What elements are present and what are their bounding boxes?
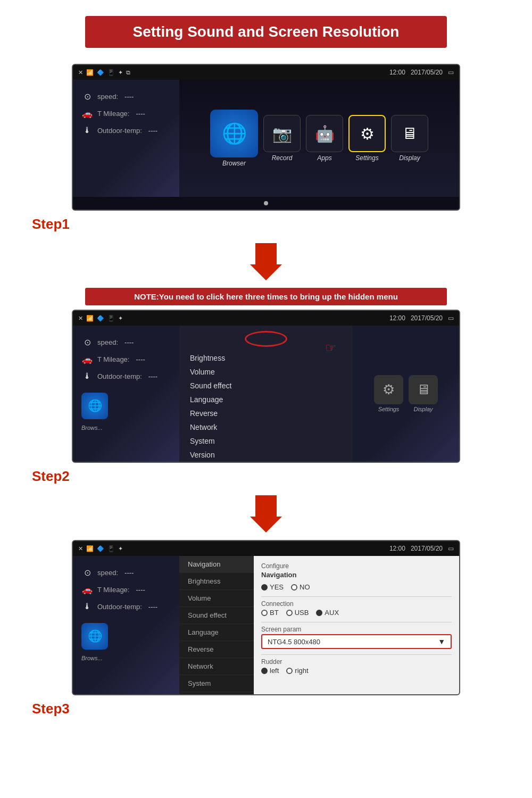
temp-label: Outdoor-temp: [97,127,142,135]
arrow2-svg [250,495,282,533]
step2-time: 12:00 [389,314,405,322]
step2-screen: ✕ 📶 🔷 📱 ✦ 12:00 2017/05/20 ▭ ⊙ speed: --… [72,310,460,463]
nav-item-network[interactable]: Network [179,658,254,675]
browser-label: Browser [222,160,246,167]
config-screen-title: Screen param [261,626,452,633]
s2-temp-row: 🌡 Outdoor-temp: ---- [81,370,171,382]
step2-topbar-left: ✕ 📶 🔷 📱 ✦ [78,315,123,322]
rudder-left-option[interactable]: left [261,667,279,675]
nav-item-language[interactable]: Language [179,624,254,641]
s2-bt-icon: 🔷 [97,315,104,322]
nav-item-system[interactable]: System [179,675,254,692]
step1-screen: ✕ 📶 🔷 📱 ✦ ⧉ 12:00 2017/05/20 ▭ ⊙ speed: … [72,64,460,211]
nav-yes-radio[interactable] [261,584,268,591]
thermometer-icon: 🌡 [81,124,93,136]
step1-content: ⊙ speed: ---- 🚗 T Mileage: ---- 🌡 Outdoo… [73,80,459,197]
s2-display-app[interactable]: 🖥 Display [409,375,438,412]
step2-info-panel: ⊙ speed: ---- 🚗 T Mileage: ---- 🌡 Outdoo… [73,326,179,462]
settings-app[interactable]: ⚙ Settings [348,115,386,162]
wifi-icon: 📶 [86,69,94,76]
rudder-radio-row: left right [261,667,452,675]
s2-settings-app[interactable]: ⚙ Settings [374,375,403,412]
menu-network[interactable]: Network [179,420,353,434]
step2-date: 2017/05/20 [411,314,443,322]
nav-item-brightness[interactable]: Brightness [179,573,254,590]
arrow2 [32,495,500,533]
conn-bt-radio[interactable] [261,610,268,616]
menu-language[interactable]: Language [179,393,353,406]
display-app[interactable]: 🖥 Display [391,115,428,162]
dot-row [73,197,459,210]
nav-item-sound-effect[interactable]: Sound effect [179,607,254,624]
nav-radio-row: YES NO [261,583,452,591]
nav-item-volume[interactable]: Volume [179,590,254,607]
menu-reverse[interactable]: Reverse [179,406,353,420]
speed-row: ⊙ speed: ---- [81,90,171,102]
temp-value: ---- [148,127,157,135]
nav-item-navigation[interactable]: Navigation [179,556,254,573]
s3-temp-row: 🌡 Outdoor-temp: ---- [81,601,171,612]
nav-yes-label: YES [270,583,284,591]
divider2 [261,622,452,622]
nav-no-option[interactable]: NO [291,583,310,591]
step2-right-panel: ⚙ Settings 🖥 Display [353,326,459,462]
browser-icon: 🌐 [210,110,258,157]
step1-topbar-right: 12:00 2017/05/20 ▭ [389,69,454,76]
step3-topbar-left: ✕ 📶 🔷 📱 ✦ [78,545,123,552]
config-conn-title: Connection [261,600,452,608]
s3-browser-mini: 🌐 [81,623,108,650]
svg-marker-1 [250,495,282,533]
conn-usb-option[interactable]: USB [286,609,309,617]
s2-display-icon: 🖥 [409,375,438,404]
menu-version[interactable]: Version [179,448,353,462]
hand-cursor-icon: ☞ [325,340,337,355]
nav-no-label: NO [300,583,310,591]
s2-close-icon: ✕ [78,315,83,322]
battery-icon: ▭ [448,69,454,76]
apps-app[interactable]: 🤖 Apps [306,115,343,162]
page-title: Setting Sound and Screen Resolution [85,16,447,48]
rudder-right-option[interactable]: right [286,667,308,675]
menu-volume[interactable]: Volume [179,365,353,379]
conn-bt-option[interactable]: BT [261,609,279,617]
screen-param-box[interactable]: NTG4.5 800x480 ▼ [261,634,452,649]
rudder-left-radio[interactable] [261,668,268,674]
dropdown-arrow-icon: ▼ [438,637,445,646]
s3-speedometer-icon: ⊙ [81,567,93,578]
highlight-circle[interactable] [245,331,287,347]
s2-star-icon: ✦ [118,315,123,322]
s2-battery-icon: ▭ [448,314,454,322]
display-icon: 🖥 [391,115,428,152]
conn-radio-row: BT USB AUX [261,609,452,617]
nav-item-reverse[interactable]: Reverse [179,641,254,658]
s3-speed-row: ⊙ speed: ---- [81,567,171,578]
rudder-right-label: right [295,667,308,675]
conn-usb-radio[interactable] [286,610,293,616]
config-nav-label: Navigation [261,571,452,579]
conn-aux-option[interactable]: AUX [316,609,339,617]
browser-app[interactable]: 🌐 Browser [210,110,258,167]
step3-screen: ✕ 📶 🔷 📱 ✦ 12:00 2017/05/20 ▭ ⊙ speed: --… [72,540,460,695]
menu-system[interactable]: System [179,434,353,448]
s3-battery-icon: ▭ [448,545,454,552]
s2-wifi-icon: 📶 [86,315,94,322]
menu-sound-effect[interactable]: Sound effect [179,379,353,393]
conn-bt-label: BT [270,609,279,617]
s2-settings-label: Settings [378,406,400,412]
nav-yes-option[interactable]: YES [261,583,284,591]
divider1 [261,596,452,597]
step3-topbar-right: 12:00 2017/05/20 ▭ [389,545,454,552]
s2-settings-icon: ⚙ [374,375,403,404]
s3-thermometer-icon: 🌡 [81,601,93,612]
step3-topbar: ✕ 📶 🔷 📱 ✦ 12:00 2017/05/20 ▭ [73,541,459,556]
rudder-right-radio[interactable] [286,668,293,674]
step3-config-panel: Configure Navigation YES NO Connection B… [254,556,459,694]
step2-topbar: ✕ 📶 🔷 📱 ✦ 12:00 2017/05/20 ▭ [73,311,459,326]
conn-aux-radio[interactable] [316,610,322,616]
step3-info-panel: ⊙ speed: ---- 🚗 T Mileage: ---- 🌡 Outdoo… [73,556,179,694]
record-app[interactable]: 📷 Record [263,115,301,162]
s3-wifi-icon: 📶 [86,545,94,552]
display-label: Display [399,154,420,162]
step1-info-panel: ⊙ speed: ---- 🚗 T Mileage: ---- 🌡 Outdoo… [73,80,179,197]
nav-no-radio[interactable] [291,584,297,591]
